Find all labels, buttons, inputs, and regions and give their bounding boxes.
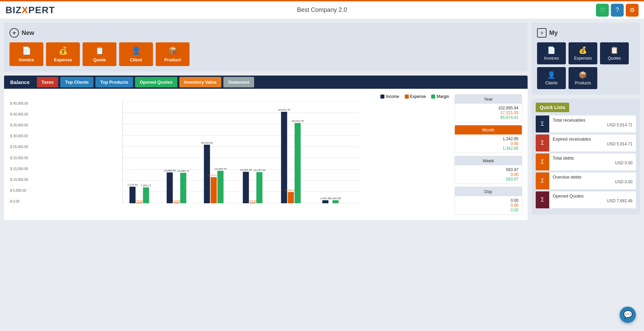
top-icons: ♡ ? ⚙ <box>596 4 639 17</box>
overdue-debts-title: Overdue debts <box>553 174 632 180</box>
week-margin: 583.97 <box>458 177 518 182</box>
tab-inventory-value[interactable]: Inventory Value <box>179 77 221 87</box>
client-icon: 👤 <box>132 46 141 55</box>
expired-receivables-amount: USD 5,914.71 <box>553 142 632 146</box>
stat-day-header[interactable]: Day <box>455 187 522 196</box>
svg-rect-13 <box>136 203 142 203</box>
svg-text:216.82: 216.82 <box>248 200 257 203</box>
heart-button[interactable]: ♡ <box>596 4 609 17</box>
my-section: ≡ My 📄 Invoices 💰 Expenses 📋 Quotes 👤 <box>532 23 640 95</box>
new-expense-button[interactable]: 💰 Expense <box>46 42 80 66</box>
chart-area: Income Expense Margin <box>4 89 528 220</box>
my-clients-button[interactable]: 👤 Clients <box>537 67 566 89</box>
tab-taxes[interactable]: Taxes <box>37 77 59 87</box>
my-expenses-label: Expenses <box>574 56 592 61</box>
week-expense: 0.00 <box>458 172 518 177</box>
tab-balance[interactable]: Balance <box>4 76 36 88</box>
ql-overdue-debts[interactable]: Σ Overdue debts USD 0.00 <box>536 172 636 189</box>
svg-text:13,787.64: 13,787.64 <box>253 169 266 172</box>
svg-rect-20 <box>174 203 180 203</box>
total-debts-amount: USD 0.00 <box>553 161 632 165</box>
my-invoice-icon: 📄 <box>547 46 556 54</box>
total-receivables-amount: USD 5,914.71 <box>553 123 632 127</box>
new-product-button[interactable]: 📦 Product <box>156 42 190 66</box>
svg-text:40,570.75: 40,570.75 <box>278 108 290 111</box>
svg-text:7,053.71: 7,053.71 <box>141 184 152 187</box>
my-quotes-button[interactable]: 📋 Quotes <box>600 42 629 64</box>
stat-month-header[interactable]: Month <box>455 125 522 135</box>
y-label-9: $ 5,000.00 <box>10 189 28 192</box>
svg-rect-48 <box>333 200 339 203</box>
my-invoices-label: Invoices <box>544 56 559 61</box>
legend-margin: Margin <box>431 94 449 99</box>
total-debts-content: Total debts USD 0.00 <box>549 153 636 170</box>
new-quote-button[interactable]: 📋 Quote <box>83 42 116 66</box>
new-section-header: + New <box>9 28 522 38</box>
expense-label: Expense <box>54 57 72 62</box>
opened-quotes-title: Opened Quotes <box>553 193 632 199</box>
month-income: 1,342.85 <box>458 137 518 141</box>
svg-rect-11 <box>130 187 136 203</box>
expired-receivables-title: Expired receivables <box>553 137 632 142</box>
ql-total-receivables[interactable]: Σ Total receivables USD 5,914.71 <box>536 116 636 132</box>
year-expense: 17,221.53 <box>458 110 518 115</box>
expired-receivables-icon: Σ <box>536 135 549 151</box>
help-button[interactable]: ? <box>611 4 624 17</box>
y-label-2: $ 40,000.00 <box>10 112 28 116</box>
new-label: New <box>22 29 34 37</box>
svg-rect-46 <box>323 200 329 203</box>
stat-year-header[interactable]: Year <box>455 95 522 104</box>
tab-statement[interactable]: Statement <box>223 77 254 87</box>
settings-button[interactable]: ⚙ <box>626 4 639 17</box>
new-section: + New 📄 Invoice 💰 Expense 📋 Quote 👤 <box>4 23 528 71</box>
legend-income: Income <box>380 94 399 99</box>
total-debts-icon: Σ <box>536 153 549 170</box>
svg-rect-36 <box>257 172 263 203</box>
expense-label: Expense <box>410 94 426 99</box>
year-margin: 85,674.41 <box>458 115 518 120</box>
margin-dot <box>431 95 435 99</box>
svg-text:216.82: 216.82 <box>135 200 143 203</box>
tab-top-products[interactable]: Top Products <box>95 77 133 87</box>
my-invoices-button[interactable]: 📄 Invoices <box>537 42 566 64</box>
total-receivables-content: Total receivables USD 5,914.71 <box>549 116 636 132</box>
right-column: ≡ My 📄 Invoices 💰 Expenses 📋 Quotes 👤 <box>532 23 640 220</box>
expense-dot <box>405 95 409 99</box>
income-label: Income <box>386 94 399 99</box>
ql-opened-quotes[interactable]: Σ Opened Quotes USD 7,682.48 <box>536 191 636 208</box>
total-receivables-icon: Σ <box>536 116 549 132</box>
overdue-debts-amount: USD 0.00 <box>553 180 632 184</box>
my-quote-icon: 📋 <box>610 46 619 54</box>
company-name: Best Company 2.0 <box>297 6 347 14</box>
opened-quotes-amount: USD 7,682.48 <box>553 199 632 203</box>
svg-text:26,020.81: 26,020.81 <box>201 141 213 144</box>
invoice-label: Invoice <box>19 57 34 62</box>
chat-bubble[interactable]: 💬 <box>620 307 636 323</box>
stat-week-header[interactable]: Week <box>455 156 522 165</box>
new-client-button[interactable]: 👤 Client <box>119 42 153 66</box>
my-client-icon: 👤 <box>547 71 556 79</box>
svg-rect-22 <box>180 173 186 203</box>
product-icon: 📦 <box>168 46 177 55</box>
my-products-button[interactable]: 📦 Products <box>569 67 597 89</box>
my-quotes-label: Quotes <box>608 56 621 61</box>
svg-rect-32 <box>243 172 249 203</box>
my-section-header: ≡ My <box>537 28 635 38</box>
my-expense-icon: 💰 <box>579 46 587 54</box>
my-expenses-button[interactable]: 💰 Expenses <box>569 42 597 64</box>
chart-container: Income Expense Margin <box>9 94 449 215</box>
y-label-8: $ 10,000.00 <box>10 178 28 182</box>
svg-rect-18 <box>167 172 173 203</box>
quick-lists-section: Quick Lists Σ Total receivables USD 5,91… <box>532 99 640 214</box>
my-list-icon: ≡ <box>537 28 547 38</box>
y-label-10: $ 0.00 <box>10 200 28 203</box>
bar-chart: 7,270.53 216.82 7,053.71 June 13,686.54 … <box>33 102 449 207</box>
tab-opened-quotes[interactable]: Opened Quotes <box>135 77 177 87</box>
opened-quotes-icon: Σ <box>536 191 549 208</box>
ql-total-debts[interactable]: Σ Total debts USD 0.00 <box>536 153 636 170</box>
new-invoice-button[interactable]: 📄 Invoice <box>9 42 43 66</box>
tab-top-clients[interactable]: Top Clients <box>60 77 93 87</box>
ql-expired-receivables[interactable]: Σ Expired receivables USD 5,914.71 <box>536 135 636 151</box>
new-icon: + <box>9 28 19 38</box>
my-label: My <box>549 29 558 37</box>
